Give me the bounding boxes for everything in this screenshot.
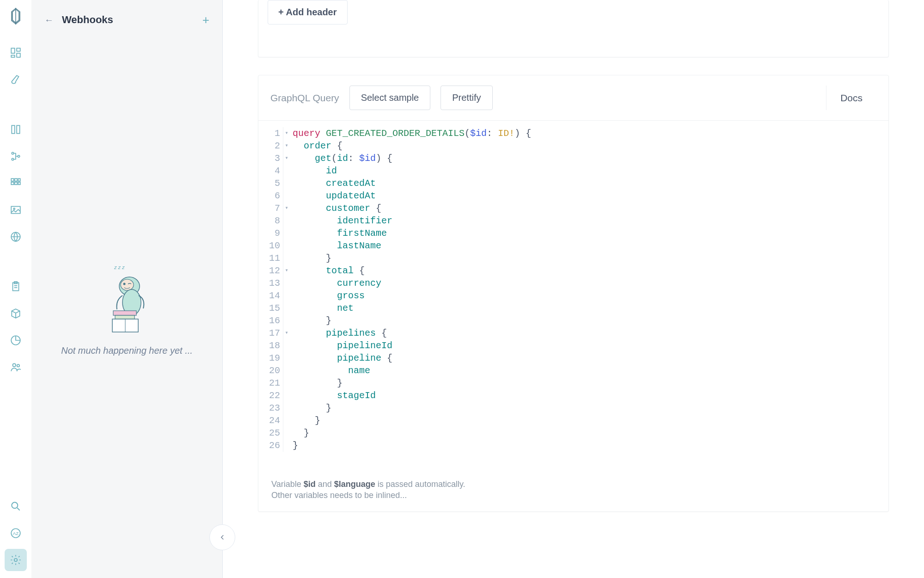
code-line[interactable]: } (293, 402, 888, 414)
code-line[interactable]: firstName (293, 227, 888, 240)
code-line[interactable]: total { (293, 264, 888, 277)
code-line[interactable]: } (293, 439, 888, 452)
code-line[interactable]: lastName (293, 240, 888, 252)
code-line[interactable]: pipelineId (293, 339, 888, 352)
fold-marker (283, 364, 290, 377)
fold-marker (283, 252, 290, 264)
svg-rect-10 (11, 182, 13, 184)
graphql-query-card: GraphQL Query Select sample Prettify Doc… (258, 75, 889, 512)
code-line[interactable]: get(id: $id) { (293, 152, 888, 165)
fold-marker (283, 377, 290, 389)
fold-marker (283, 277, 290, 289)
fold-marker[interactable]: ▾ (283, 127, 290, 140)
code-line[interactable]: stageId (293, 389, 888, 402)
fold-marker (283, 177, 290, 190)
schema-icon[interactable] (5, 145, 27, 167)
design-icon[interactable] (5, 68, 27, 91)
empty-state-text: Not much happening here yet ... (61, 344, 193, 357)
fold-marker[interactable]: ▾ (283, 264, 290, 277)
fold-marker (283, 427, 290, 439)
clipboard-icon[interactable] (5, 276, 27, 298)
code-line[interactable]: gross (293, 289, 888, 302)
fold-marker[interactable]: ▾ (283, 140, 290, 152)
users-icon[interactable] (5, 356, 27, 378)
line-number: 25 (258, 427, 280, 439)
fold-marker[interactable]: ▾ (283, 327, 290, 339)
code-line[interactable]: query GET_CREATED_ORDER_DETAILS($id: ID!… (293, 127, 888, 140)
query-footer-note: Variable $id and $language is passed aut… (258, 470, 888, 511)
grid-icon[interactable] (5, 172, 27, 194)
main-content: + Add header GraphQL Query Select sample… (223, 0, 924, 578)
fold-marker (283, 389, 290, 402)
fold-marker (283, 240, 290, 252)
line-number: 6 (258, 190, 280, 202)
fold-marker[interactable]: ▾ (283, 152, 290, 165)
line-number: 18 (258, 339, 280, 352)
fold-marker (283, 314, 290, 327)
line-number: 13 (258, 277, 280, 289)
line-number: 2 (258, 140, 280, 152)
code-line[interactable]: id (293, 165, 888, 177)
line-number: 4 (258, 165, 280, 177)
code-line[interactable]: } (293, 414, 888, 427)
fold-marker (283, 352, 290, 364)
code-line[interactable]: } (293, 427, 888, 439)
fold-marker (283, 402, 290, 414)
svg-point-14 (13, 208, 15, 209)
side-panel: ← Webhooks + z z z Not much happening he… (31, 0, 223, 578)
code-line[interactable]: customer { (293, 202, 888, 215)
svg-point-21 (12, 502, 18, 508)
svg-rect-11 (15, 182, 17, 184)
line-number: 5 (258, 177, 280, 190)
code-line[interactable]: } (293, 252, 888, 264)
settings-icon[interactable] (5, 549, 27, 571)
svg-point-4 (12, 152, 13, 154)
docs-link[interactable]: Docs (840, 92, 863, 104)
code-line[interactable]: pipeline { (293, 352, 888, 364)
line-number: 11 (258, 252, 280, 264)
svg-rect-2 (17, 53, 20, 57)
svg-rect-9 (18, 178, 20, 181)
code-line[interactable]: } (293, 314, 888, 327)
prettify-button[interactable]: Prettify (441, 86, 492, 110)
code-line[interactable]: } (293, 377, 888, 389)
svg-rect-30 (113, 311, 136, 315)
code-line[interactable]: currency (293, 277, 888, 289)
empty-state: z z z Not much happening here yet ... (31, 40, 222, 578)
fold-marker (283, 289, 290, 302)
svg-text:z z z: z z z (114, 264, 125, 270)
select-sample-button[interactable]: Select sample (349, 86, 431, 110)
code-line[interactable]: pipelines { (293, 327, 888, 339)
search-icon[interactable] (5, 495, 27, 517)
code-line[interactable]: identifier (293, 215, 888, 227)
panel-title: Webhooks (62, 14, 194, 26)
box-icon[interactable] (5, 302, 27, 325)
code-line[interactable]: name (293, 364, 888, 377)
add-webhook-button[interactable]: + (202, 14, 209, 26)
svg-point-20 (17, 364, 19, 367)
code-line[interactable]: updatedAt (293, 190, 888, 202)
code-line[interactable]: order { (293, 140, 888, 152)
line-number: 23 (258, 402, 280, 414)
headers-card: + Add header (258, 0, 889, 57)
line-number: 3 (258, 152, 280, 165)
logo-icon (8, 7, 23, 25)
code-line[interactable]: createdAt (293, 177, 888, 190)
svg-rect-7 (11, 178, 13, 181)
line-number: 7 (258, 202, 280, 215)
translate-icon[interactable]: AZ (5, 522, 27, 544)
dashboard-icon[interactable] (5, 42, 27, 64)
code-editor[interactable]: 1234567891011121314151617181920212223242… (258, 121, 888, 470)
add-header-button[interactable]: + Add header (268, 0, 348, 25)
image-icon[interactable] (5, 199, 27, 221)
catalog-icon[interactable] (5, 118, 27, 141)
fold-marker[interactable]: ▾ (283, 202, 290, 215)
back-arrow-icon[interactable]: ← (44, 15, 54, 25)
chart-icon[interactable] (5, 329, 27, 351)
code-line[interactable]: net (293, 302, 888, 314)
svg-point-28 (123, 283, 125, 285)
fold-marker (283, 165, 290, 177)
collapse-panel-button[interactable] (209, 524, 235, 550)
globe-icon[interactable] (5, 226, 27, 248)
fold-marker (283, 339, 290, 352)
